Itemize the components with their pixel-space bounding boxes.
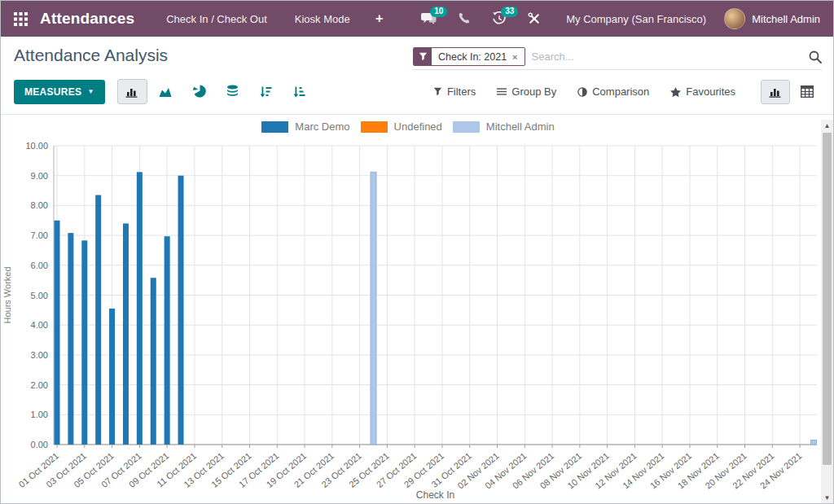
menu-check-in-check-out[interactable]: Check In / Check Out xyxy=(152,1,281,37)
chart-type-buttons xyxy=(117,79,314,104)
search-bar: Check In: 2021 × xyxy=(413,47,822,70)
favourites-label: Favourites xyxy=(686,85,735,98)
favourites-menu[interactable]: Favourites xyxy=(663,85,743,98)
measures-button[interactable]: MEASURES ▼ xyxy=(14,80,105,104)
legend-swatch-undefined xyxy=(361,121,388,133)
y-tick-label: 8.00 xyxy=(31,200,48,210)
bar[interactable] xyxy=(68,233,73,445)
scroll-down-arrow[interactable]: ▼ xyxy=(821,492,833,503)
group-by-label: Group By xyxy=(511,85,556,98)
search-facet: Check In: 2021 × xyxy=(413,47,525,66)
vertical-scrollbar[interactable]: ▲ ▼ xyxy=(821,120,833,503)
facet-label: Check In: 2021 xyxy=(438,51,507,63)
bar-chart-icon xyxy=(125,85,139,99)
graph-view-button[interactable] xyxy=(761,80,790,104)
line-chart-button[interactable] xyxy=(151,79,181,104)
activities-icon[interactable]: 33 xyxy=(481,1,517,37)
measures-label: MEASURES xyxy=(24,86,81,98)
search-icon[interactable] xyxy=(809,50,822,64)
bar[interactable] xyxy=(811,440,817,445)
attendances-app-window: Attendances Check In / Check Out Kiosk M… xyxy=(0,0,834,504)
y-tick-label: 7.00 xyxy=(31,230,48,240)
messages-icon[interactable]: 10 xyxy=(410,1,447,37)
chevron-down-icon: ▼ xyxy=(87,88,94,95)
x-axis-title: Check In xyxy=(416,489,454,501)
y-tick-label: 3.00 xyxy=(31,350,48,360)
crossed-tools-icon xyxy=(528,12,541,25)
page-title: Attendance Analysis xyxy=(14,46,168,65)
y-tick-label: 0.00 xyxy=(31,440,48,449)
activities-badge: 33 xyxy=(501,7,518,17)
legend-label: Marc Demo xyxy=(295,121,349,133)
search-input[interactable] xyxy=(525,49,809,64)
user-name: Mitchell Admin xyxy=(752,13,820,25)
chart-legend: Marc Demo Undefined Mitchell Admin xyxy=(1,121,815,133)
group-by-menu[interactable]: Group By xyxy=(489,85,564,98)
bar-chart-canvas[interactable]: 0.001.002.003.004.005.006.007.008.009.00… xyxy=(1,115,823,503)
hamburger-icon xyxy=(497,87,507,96)
menu-kiosk-mode[interactable]: Kiosk Mode xyxy=(281,1,364,37)
bar[interactable] xyxy=(165,236,170,445)
top-navbar: Attendances Check In / Check Out Kiosk M… xyxy=(1,1,833,37)
grid-icon xyxy=(14,12,28,26)
bar[interactable] xyxy=(371,172,376,445)
pie-chart-button[interactable] xyxy=(184,79,214,104)
company-switcher[interactable]: My Company (San Francisco) xyxy=(551,1,721,37)
legend-label: Mitchell Admin xyxy=(486,121,555,133)
bar[interactable] xyxy=(123,223,129,445)
apps-menu-icon[interactable] xyxy=(1,1,40,37)
bar[interactable] xyxy=(178,176,184,445)
bar-chart-button[interactable] xyxy=(117,79,147,104)
stacked-toggle-button[interactable] xyxy=(217,79,248,104)
scrollbar-thumb[interactable] xyxy=(823,133,832,465)
database-stack-icon xyxy=(226,85,239,99)
pie-chart-icon xyxy=(192,85,206,99)
y-tick-label: 2.00 xyxy=(31,380,48,390)
y-tick-label: 4.00 xyxy=(31,320,48,330)
user-avatar xyxy=(724,8,745,29)
y-tick-label: 10.00 xyxy=(25,141,48,151)
legend-label: Undefined xyxy=(394,121,442,133)
pivot-view-button[interactable] xyxy=(792,80,822,104)
bar-chart-icon xyxy=(768,85,783,99)
sort-descending-button[interactable] xyxy=(251,79,281,104)
legend-item-undefined[interactable]: Undefined xyxy=(361,121,442,133)
adjust-half-circle-icon xyxy=(577,87,587,97)
star-icon xyxy=(670,87,681,97)
phone-icon[interactable] xyxy=(447,1,481,37)
developer-tools-icon[interactable] xyxy=(517,1,551,37)
comparison-label: Comparison xyxy=(592,85,649,98)
sort-desc-icon xyxy=(259,85,273,99)
bar[interactable] xyxy=(55,221,60,445)
sort-ascending-button[interactable] xyxy=(284,79,314,104)
bar[interactable] xyxy=(137,172,143,445)
app-name[interactable]: Attendances xyxy=(40,10,134,28)
legend-swatch-marc-demo xyxy=(261,121,288,133)
menu-plus-icon[interactable]: + xyxy=(364,1,395,37)
phone-handset-icon xyxy=(458,12,471,25)
funnel-icon xyxy=(419,52,428,61)
bar[interactable] xyxy=(81,240,87,445)
y-tick-label: 5.00 xyxy=(31,291,48,300)
filters-menu[interactable]: Filters xyxy=(426,85,483,98)
filter-facet-icon xyxy=(414,48,432,65)
funnel-icon xyxy=(433,87,442,96)
messages-badge: 10 xyxy=(430,7,447,17)
sort-asc-icon xyxy=(292,85,306,99)
legend-item-marc-demo[interactable]: Marc Demo xyxy=(261,121,349,133)
y-axis-title: Hours Worked xyxy=(2,266,12,323)
user-menu[interactable]: Mitchell Admin xyxy=(721,8,833,29)
area-chart-icon xyxy=(158,85,173,99)
facet-remove-icon[interactable]: × xyxy=(512,52,517,62)
scroll-up-arrow[interactable]: ▲ xyxy=(821,120,833,131)
control-panel: Attendance Analysis Check In: 2021 × xyxy=(1,37,833,115)
chart-view: Marc Demo Undefined Mitchell Admin 0.001… xyxy=(1,115,833,503)
pivot-table-icon xyxy=(801,85,814,98)
bar[interactable] xyxy=(109,309,115,445)
filters-label: Filters xyxy=(447,85,476,98)
bar[interactable] xyxy=(95,195,101,445)
legend-item-mitchell-admin[interactable]: Mitchell Admin xyxy=(453,121,555,133)
legend-swatch-mitchell-admin xyxy=(453,121,480,133)
comparison-menu[interactable]: Comparison xyxy=(570,85,656,98)
bar[interactable] xyxy=(151,278,156,445)
